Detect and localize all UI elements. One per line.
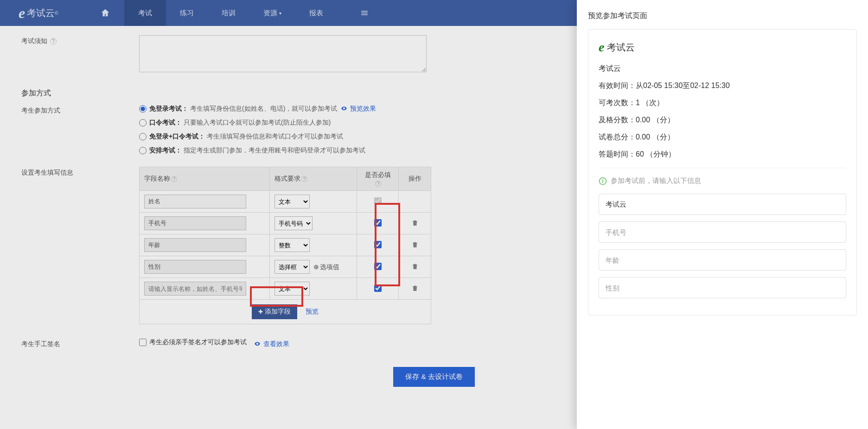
radio-nologin-password[interactable] <box>139 133 147 140</box>
brand-text: 考试云 <box>27 7 55 19</box>
field-name-input[interactable] <box>144 195 246 208</box>
chevron-down-icon: ▾ <box>279 11 281 16</box>
field-format-select[interactable]: 整数 <box>274 238 310 252</box>
required-checkbox[interactable] <box>374 284 382 292</box>
radio-password[interactable] <box>139 119 147 126</box>
field-format-select[interactable]: 文本 <box>274 195 310 208</box>
nav-practice[interactable]: 练习 <box>166 0 208 26</box>
nav-home[interactable] <box>86 0 124 26</box>
preview-logo-text: 考试云 <box>607 41 635 54</box>
nav-exam[interactable]: 考试 <box>124 0 166 26</box>
nav-hamburger[interactable] <box>346 0 383 26</box>
help-icon[interactable]: ? <box>375 181 381 187</box>
preview-field-input[interactable] <box>599 221 846 243</box>
eye-icon <box>254 341 261 347</box>
preview-card: e 考试云 考试云 有效时间：从02-05 15:30至02-12 15:30 … <box>588 29 857 315</box>
preview-panel-title: 预览参加考试页面 <box>577 0 868 29</box>
preview-logo: e 考试云 <box>599 40 846 55</box>
info-icon <box>599 177 607 185</box>
view-effect-link[interactable]: 查看效果 <box>254 340 289 347</box>
signature-checkbox[interactable] <box>139 339 147 346</box>
radio-no-login[interactable] <box>139 105 147 113</box>
preview-attempts: 可考次数：1 （次） <box>599 98 846 108</box>
brand-copyright: © <box>55 11 58 16</box>
nav-resource[interactable]: 资源▾ <box>249 0 295 26</box>
preview-total: 试卷总分：0.00 （分） <box>599 132 846 142</box>
preview-valid-time: 有效时间：从02-05 15:30至02-12 15:30 <box>599 81 846 91</box>
divider <box>599 168 846 168</box>
notice-textarea[interactable] <box>139 35 427 72</box>
nav-report[interactable]: 报表 <box>295 0 337 26</box>
field-format-select[interactable]: 文本 <box>274 282 310 296</box>
trash-icon[interactable] <box>411 284 419 292</box>
logo-e-icon: e <box>19 5 25 22</box>
help-icon[interactable]: ? <box>301 176 307 182</box>
preview-panel: 预览参加考试页面 e 考试云 考试云 有效时间：从02-05 15:30至02-… <box>577 0 868 401</box>
preview-effect-link[interactable]: 预览效果 <box>341 105 376 113</box>
preview-pass: 及格分数：0.00 （分） <box>599 115 846 125</box>
help-icon[interactable]: ? <box>50 38 57 44</box>
required-checkbox[interactable] <box>374 219 382 227</box>
eye-icon <box>341 105 347 112</box>
preview-field-input[interactable] <box>599 277 846 298</box>
preview-logo-icon: e <box>599 40 604 55</box>
table-row: 整数 <box>140 234 431 256</box>
signature-checkbox-label[interactable]: 考生必须亲手签名才可以参加考试 <box>139 338 247 347</box>
label-join-mode: 考生参加方式 <box>14 105 139 115</box>
trash-icon[interactable] <box>411 263 419 270</box>
table-row: 手机号码 <box>140 213 431 234</box>
preview-link[interactable]: 预览 <box>306 308 319 315</box>
field-format-select[interactable]: 选择框 <box>274 260 310 274</box>
th-required: 是否必填? <box>357 167 399 191</box>
required-checkbox[interactable] <box>374 263 382 270</box>
field-name-input[interactable] <box>144 216 246 230</box>
table-row: 选择框选项值 <box>140 256 431 278</box>
required-checkbox[interactable] <box>374 241 382 248</box>
field-name-input[interactable] <box>144 282 246 296</box>
add-field-button[interactable]: 添加字段 <box>252 304 297 319</box>
trash-icon[interactable] <box>411 219 419 227</box>
required-checkbox <box>374 197 382 205</box>
preview-field-input[interactable] <box>599 194 846 215</box>
preview-exam-name: 考试云 <box>599 64 846 74</box>
preview-field-input[interactable] <box>599 249 846 271</box>
trash-icon[interactable] <box>411 241 419 248</box>
table-row: 文本 <box>140 191 431 213</box>
radio-assigned[interactable] <box>139 147 147 154</box>
nav-training[interactable]: 培训 <box>208 0 249 26</box>
preview-prompt: 参加考试前，请输入以下信息 <box>599 177 846 185</box>
label-signature: 考生手工签名 <box>14 338 139 348</box>
table-row: 文本 <box>140 278 431 300</box>
label-notice: 考试须知 ? <box>14 35 139 45</box>
save-design-button[interactable]: 保存 & 去设计试卷 <box>393 367 474 387</box>
field-name-input[interactable] <box>144 260 246 274</box>
field-format-select[interactable]: 手机号码 <box>274 216 313 230</box>
fields-table: 字段名称? 格式要求? 是否必填? 操作 文本手机号码整数选择框选项值文本 添加… <box>139 167 431 324</box>
field-name-input[interactable] <box>144 238 246 252</box>
th-ops: 操作 <box>399 167 431 191</box>
hamburger-icon <box>360 9 369 17</box>
home-icon <box>100 8 110 18</box>
label-fields: 设置考生填写信息 <box>14 167 139 177</box>
brand-logo[interactable]: e 考试云 © <box>19 5 58 22</box>
th-format: 格式要求? <box>270 167 357 191</box>
preview-duration: 答题时间：60 （分钟） <box>599 150 846 159</box>
option-values-button[interactable]: 选项值 <box>313 263 339 271</box>
add-field-row: 添加字段 预览 <box>140 300 431 324</box>
help-icon[interactable]: ? <box>171 176 177 182</box>
th-name: 字段名称? <box>140 167 270 191</box>
